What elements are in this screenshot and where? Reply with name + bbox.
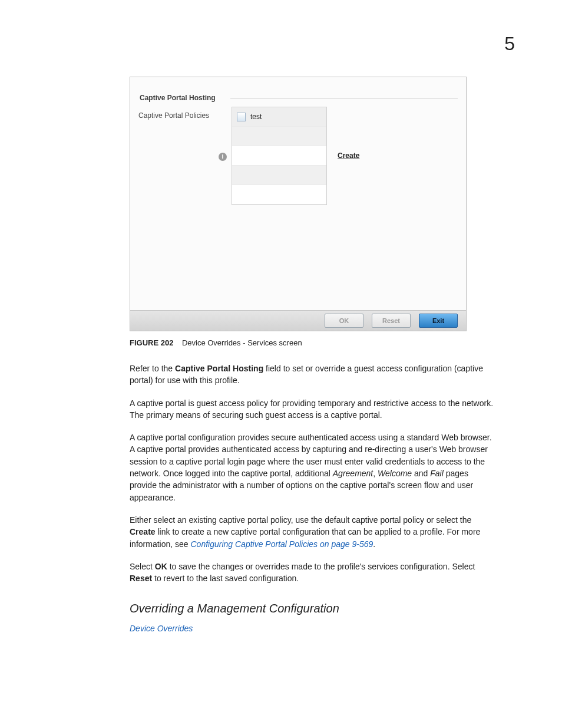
paragraph: Select OK to save the changes or overrid…: [130, 561, 497, 585]
paragraph: A captive portal is guest access policy …: [130, 397, 497, 421]
policies-label: Captive Portal Policies: [138, 111, 209, 120]
captive-portal-policies-list[interactable]: test: [232, 107, 327, 205]
exit-button[interactable]: Exit: [419, 314, 458, 328]
list-item[interactable]: [232, 166, 326, 185]
link-captive-portal-policies[interactable]: Configuring Captive Portal Policies on p…: [191, 539, 373, 549]
info-icon[interactable]: i: [219, 153, 227, 161]
subheading-management-config: Overriding a Management Configuration: [130, 602, 497, 615]
paragraph: Refer to the Captive Portal Hosting fiel…: [130, 363, 497, 387]
figure-label: FIGURE 202: [130, 338, 173, 347]
list-item[interactable]: [232, 127, 326, 146]
list-item[interactable]: [232, 185, 326, 205]
paragraph: Either select an existing captive portal…: [130, 514, 497, 550]
list-item[interactable]: test: [232, 107, 326, 127]
reset-button[interactable]: Reset: [372, 314, 411, 328]
figure-services-screen: Captive Portal Hosting Captive Portal Po…: [130, 77, 467, 331]
list-item-label: test: [250, 113, 262, 121]
checkbox-icon[interactable]: [237, 113, 246, 121]
paragraph: A captive portal configuration provides …: [130, 431, 497, 503]
figure-caption: FIGURE 202 Device Overrides - Services s…: [130, 338, 497, 347]
page-number: 5: [504, 33, 515, 55]
list-item[interactable]: [232, 146, 326, 166]
group-legend: Captive Portal Hosting: [137, 94, 218, 102]
group-divider: [230, 98, 458, 98]
create-link[interactable]: Create: [338, 151, 359, 160]
link-device-overrides[interactable]: Device Overrides: [130, 624, 497, 633]
figure-caption-text: Device Overrides - Services screen: [182, 338, 302, 347]
ok-button[interactable]: OK: [325, 314, 363, 328]
button-bar: OK Reset Exit: [130, 310, 466, 331]
